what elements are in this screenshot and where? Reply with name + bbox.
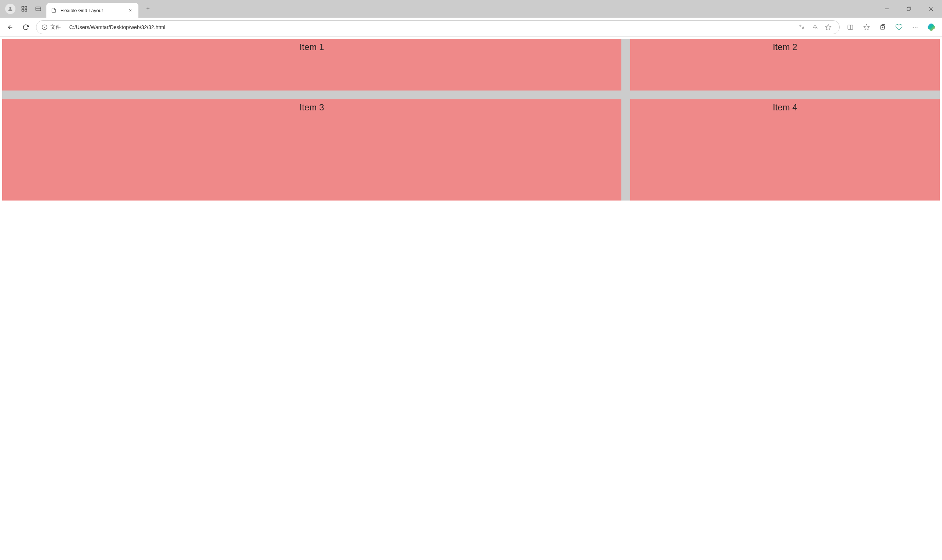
grid-item-4: Item 4 [630,99,940,200]
toolbar: 文件 C:/Users/Wamtar/Desktop/web/32/32.htm… [0,18,942,37]
svg-marker-20 [826,24,831,29]
svg-point-30 [917,26,917,27]
svg-rect-12 [907,8,910,11]
file-icon [51,8,57,13]
minimize-button[interactable] [876,0,898,18]
svg-rect-4 [25,9,27,11]
grid-item-2: Item 2 [630,39,940,91]
split-screen-icon[interactable] [843,20,858,35]
svg-rect-2 [25,6,27,8]
collections-icon[interactable] [875,20,891,35]
url-prefix: 文件 [51,24,61,31]
site-info-icon[interactable] [41,23,48,31]
page-content: Item 1 Item 2 Item 3 Item 4 [2,39,940,200]
svg-point-28 [913,26,914,27]
grid-item-label: Item 4 [773,102,797,112]
title-bar-left [0,4,43,14]
refresh-button[interactable] [19,20,33,35]
window-controls [876,0,942,18]
browser-tab[interactable]: Flexible Grid Layout [46,3,139,18]
svg-point-29 [915,26,916,27]
url-text: C:/Users/Wamtar/Desktop/web/32/32.html [69,24,795,30]
read-aloud-icon[interactable] [808,21,822,34]
workspaces-icon[interactable] [19,4,29,14]
grid-item-label: Item 3 [300,102,324,112]
new-tab-button[interactable] [142,3,154,15]
grid-item-1: Item 1 [2,39,621,91]
back-button[interactable] [3,20,18,35]
svg-rect-3 [22,9,23,11]
address-bar[interactable]: 文件 C:/Users/Wamtar/Desktop/web/32/32.htm… [36,20,840,34]
browser-essentials-icon[interactable] [891,20,907,35]
more-menu-icon[interactable] [907,20,923,35]
translate-icon[interactable] [795,21,808,34]
svg-rect-5 [36,7,41,11]
svg-point-0 [9,7,11,9]
grid-item-3: Item 3 [2,99,621,200]
tab-actions-icon[interactable] [33,4,43,14]
svg-marker-23 [864,24,870,29]
grid-container: Item 1 Item 2 Item 3 Item 4 [2,39,940,200]
tab-title: Flexible Grid Layout [60,8,126,13]
viewport: Item 1 Item 2 Item 3 Item 4 [0,37,942,560]
favorite-star-icon[interactable] [822,21,835,34]
close-window-button[interactable] [920,0,942,18]
svg-rect-1 [22,6,23,8]
title-bar: Flexible Grid Layout [0,0,942,18]
profile-icon[interactable] [5,4,15,14]
maximize-button[interactable] [898,0,920,18]
copilot-icon[interactable] [923,20,939,35]
grid-item-label: Item 2 [773,42,797,52]
close-tab-icon[interactable] [126,7,134,14]
favorites-icon[interactable] [859,20,874,35]
toolbar-right [843,20,939,35]
browser-window: Flexible Grid Layout [0,0,942,560]
grid-item-label: Item 1 [300,42,324,52]
